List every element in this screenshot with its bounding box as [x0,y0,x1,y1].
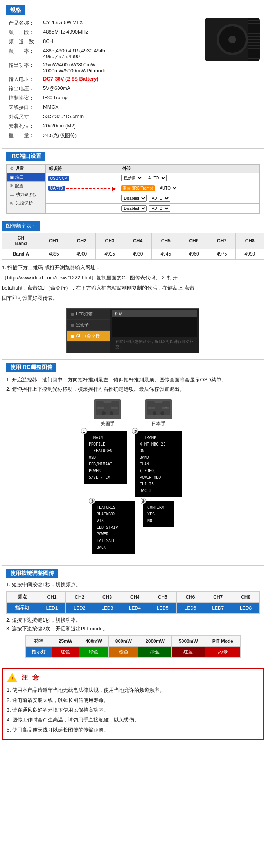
freq-table-btn: 图传频率表： [2,221,40,231]
btn-adjust-content: 1. 短按中间按键1秒，切换频点。 频点CH1CH2CH3CH4CH5CH6CH… [6,581,260,658]
irc-row-uart3: UART3 ▶ 重传 (IRC Tramp) AUTO [46,183,259,193]
freq-value-1: 4900 [68,249,96,260]
bf-nav-blackbox[interactable]: 黑盒子 [67,320,110,331]
us-controller-label: 美国手 [94,421,121,427]
specs-table: 产品名称：CY 4.9G 5W VTX频 段：4885MHz-4990MHz频 … [6,18,202,141]
row4-mode-dropdown[interactable]: Disabled [121,205,147,212]
spec-label: 频 段： [7,28,41,37]
row4-auto-dropdown[interactable]: AUTO [149,205,170,212]
irc-col-identifier: 标识符 [46,165,119,173]
irc-diagram: ⚙ 设置 ▣ 端口 ✱ 配置 ▬ 动力&电池 ⛨ 失控保护 [6,164,260,214]
ch-header-ch6: CH6 [176,592,204,603]
power-header-2: 800mW [109,636,138,647]
power-header-5: PIT Mode [205,636,241,647]
btn-step-1: 1. 短按中间按键1秒，切换频点。 [6,581,260,588]
freq-header-6: CH6 [180,233,208,249]
bf-cli[interactable] [112,317,197,337]
power-header-0: 25mW [52,636,79,647]
irc-adjust-title: 使用IRC调整图传 [6,363,56,372]
wrench-icon: ⚙ [10,166,14,171]
spec-value: 4885,4900,4915,4930,4945, 4960,4975,4990 [41,47,201,60]
spec-label: 频 率： [7,47,41,60]
notice-title: 注 意 [22,674,40,682]
battery-icon: ▬ [10,192,14,197]
scan-line-3: betaflisht，点击CLI（命令行），在下方输入框内粘贴刚刚复制的代码，在… [2,284,264,292]
spec-label: 输出电压： [7,84,41,93]
usb-mode-dropdown[interactable]: 已禁用 [121,175,143,181]
freq-header-8: CH8 [236,233,264,249]
row3-auto-dropdown[interactable]: AUTO [149,195,170,202]
irc-sidebar: ⚙ 设置 ▣ 端口 ✱ 配置 ▬ 动力&电池 ⛨ 失控保护 [7,165,46,213]
ch-table: 频点CH1CH2CH3CH4CH5CH6CH7CH8指示灯LED1LED2LED… [6,591,260,614]
bf-layout: LED灯带 黑盒子 CLI（命令行） 粘贴 在此处输入您的命令，按Tab 可以进… [67,309,199,353]
spec-value: 25mW/400mW/800mW 2000mW/5000mW/Pit mode [41,61,201,74]
bf-main: 粘贴 在此处输入您的命令，按Tab 可以进行自动补充。 [110,309,199,353]
notice-content: 1. 使用本产品请遵守当地无线电法律法规，使用当地允许的频道频率。2. 通电前请… [7,685,259,734]
freq-value-5: 4960 [180,249,208,260]
spec-value: MMCX [41,103,201,112]
spec-value: IRC Tramp [41,94,201,102]
jp-controller-icon [145,399,172,419]
bf-nav-led[interactable]: LED灯带 [67,309,110,320]
scan-line-1: 1. 扫描下方二维码 或打开浏览器输入网址： [2,263,264,272]
irc-adjust-section: 使用IRC调整图传 1. 开启遥控器，油门回中，方向摇杆推到最左，俯仰摇杆推到最… [2,359,264,561]
warning-triangle-icon [7,673,18,682]
ch-header-ch2: CH2 [66,592,93,603]
irc-port-section: IRC端口设置 ⚙ 设置 ▣ 端口 ✱ 配置 ▬ 动力&电池 ⛨ 失控保护 [2,148,264,217]
controller-jp: 日本手 [145,399,172,427]
freq-value-7: 4990 [236,249,264,260]
spec-label: 天线接口： [7,103,41,112]
spec-label: 控制协议： [7,94,41,102]
controllers-section: 美国手 日本手 [6,399,260,427]
spec-value: 53.5*325*15.5mm [41,113,201,121]
bf-input-hint: 在此处输入您的命令，按Tab 可以进行自动补充。 [112,337,197,351]
led-icon [71,313,74,316]
spec-label: 安装孔位： [7,122,41,131]
freq-value-3: 4930 [124,249,152,260]
sidebar-item-failsafe[interactable]: ⛨ 失控保护 [7,199,45,207]
menu-shot-4: ④ CONFIRM YES NO [143,501,174,554]
notice-item-5: 5. 使用高品质天线可以延长图传的传输距离。 [7,725,259,734]
sidebar-item-power-battery[interactable]: ▬ 动力&电池 [7,190,45,199]
port-uart3-label: UART3 [48,186,65,191]
menu-shot-2: ② - TRAMP - X MF MBO 25 ON BAND CHAN ( F… [135,431,182,497]
btn-step-2: 2. 短按下边按键1秒，切换功率。 [6,617,260,624]
spec-value: DC7-36V (2-8S Battery) [41,75,201,84]
bf-nav-cli[interactable]: CLI（命令行） [67,331,110,342]
ch-led-4: LED4 [121,603,149,614]
ch-led-6: LED6 [176,603,204,614]
scan-text-section: 1. 扫描下方二维码 或打开浏览器输入网址： （http://www.idc-r… [2,263,264,302]
scan-line-4: 回车即可设置好图传表。 [2,294,264,302]
usb-auto-dropdown[interactable]: AUTO [146,175,167,181]
ch-indicator-label: 指示灯 [7,603,38,614]
irc-port-table: 标识符 外设 USB VCP 已禁用 AUTO UART3 ▶ [46,165,259,213]
ch-header-ch3: CH3 [93,592,121,603]
sidebar-item-port[interactable]: ▣ 端口 [7,173,45,182]
sidebar-item-settings[interactable]: ⚙ 设置 [7,165,45,173]
cli-icon [71,335,74,338]
vtx-image [205,18,260,61]
freq-value-4: 4945 [152,249,180,260]
svg-rect-2 [111,404,118,409]
freq-header-0: CH Band [2,233,40,249]
freq-header-7: CH7 [208,233,236,249]
specs-right [205,18,260,61]
irc-row-usb-right: 已禁用 AUTO [119,173,259,183]
row3-mode-dropdown[interactable]: Disabled [121,195,147,202]
spec-value: 5V@600mA [41,84,201,93]
notice-header: 注 意 [7,673,259,682]
betaflight-screenshot: LED灯带 黑盒子 CLI（命令行） 粘贴 在此处输入您的命令，按Tab 可以进… [0,308,266,353]
ch-header-ch4: CH4 [121,592,149,603]
ch-header-ch8: CH8 [232,592,260,603]
btn-adjust-section: 使用按键调整图传 1. 短按中间按键1秒，切换频点。 频点CH1CH2CH3CH… [2,565,264,664]
irc-tramp-tag: 重传 (IRC Tramp) [121,185,155,191]
power-header-1: 400mW [79,636,108,647]
bf-content-area: 粘贴 在此处输入您的命令，按Tab 可以进行自动补充。 [110,309,199,353]
sidebar-item-config[interactable]: ✱ 配置 [7,182,45,190]
us-controller-icon [94,399,121,419]
vtx-fan [217,24,248,55]
uart3-auto-dropdown[interactable]: AUTO [157,185,178,191]
ch-led-5: LED5 [149,603,176,614]
irc-step-2: 2. 俯仰摇杆上下控制光标移动，横滚摇杆向右推确定选项。最后保存设置退出。 [6,385,260,394]
ch-led-7: LED7 [204,603,232,614]
